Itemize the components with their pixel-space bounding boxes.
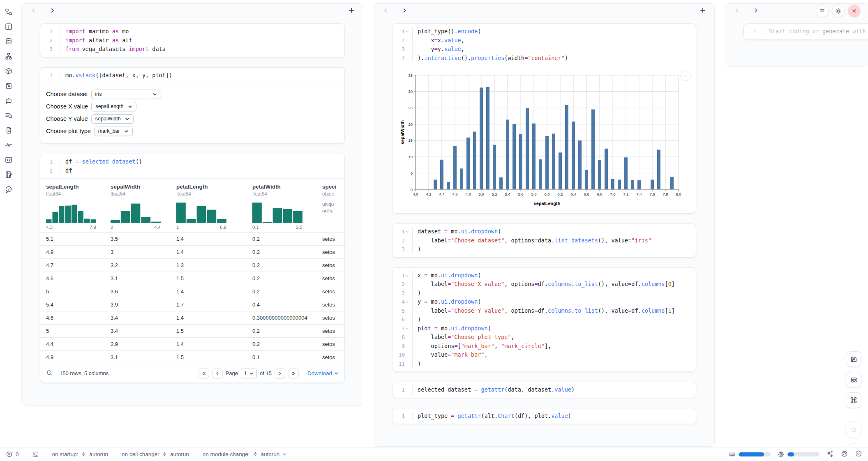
table-row[interactable]: 4.931.40.2setos bbox=[40, 245, 344, 258]
ai-code-input[interactable]: 1Start coding or generate with bbox=[744, 24, 868, 39]
table-search-icon[interactable] bbox=[46, 369, 53, 378]
code-line[interactable]: 6) bbox=[392, 315, 696, 324]
keyboard-shortcuts-button[interactable]: ⌘ bbox=[846, 392, 861, 408]
code-line[interactable]: 1Start coding or generate with bbox=[744, 27, 868, 36]
cell-xy-plot-dropdowns[interactable]: 1x = mo.ui.dropdown(2 label="Choose X va… bbox=[392, 267, 696, 372]
code-line[interactable]: 7plot = mo.ui.dropdown( bbox=[392, 324, 696, 333]
code-line[interactable]: 2import altair as alt bbox=[40, 36, 344, 45]
column-left-arrow-icon[interactable] bbox=[382, 7, 389, 14]
page-select[interactable]: 1 bbox=[241, 369, 257, 378]
functions-icon[interactable]: ƒ bbox=[4, 22, 13, 31]
code-line[interactable]: 2 label="Choose X value", options=df.col… bbox=[392, 280, 696, 289]
code-line[interactable]: 10 value="mark_bar", bbox=[392, 350, 696, 360]
cell-df[interactable]: 1df = selected_dataset()2df sepalLengthf… bbox=[40, 154, 345, 383]
y-value-select[interactable]: sepalWidth bbox=[91, 114, 134, 124]
code-line[interactable]: 2 label="Choose dataset", options=data.l… bbox=[392, 236, 696, 245]
collapse-chevron-icon[interactable] bbox=[405, 27, 410, 33]
code-line[interactable]: 2df bbox=[40, 166, 344, 175]
cell-selected-dataset[interactable]: 1selected_dataset = getattr(data, datase… bbox=[392, 382, 696, 398]
collapse-chevron-icon[interactable] bbox=[405, 271, 410, 277]
code-line[interactable]: 1x = mo.ui.dropdown( bbox=[392, 271, 696, 280]
cell-vstack[interactable]: 1mo.vstack([dataset, x, y, plot]) Choose… bbox=[40, 67, 345, 144]
dependency-graph-icon[interactable] bbox=[4, 52, 13, 61]
first-page-button[interactable] bbox=[199, 368, 209, 378]
cell-plot-type[interactable]: 1plot_type = getattr(alt.Chart(df), plot… bbox=[392, 408, 696, 424]
code-line[interactable]: 3) bbox=[392, 245, 696, 254]
table-row[interactable]: 5.13.51.40.2setos bbox=[40, 232, 344, 245]
code-line[interactable]: 9 options=["mark_bar", "mark_circle"], bbox=[392, 342, 696, 351]
code-line[interactable]: 8 label="Choose plot type", bbox=[392, 333, 696, 342]
download-button[interactable]: Download bbox=[307, 370, 339, 376]
code-line[interactable]: 4y = mo.ui.dropdown( bbox=[392, 297, 696, 307]
bar-chart[interactable]: 4.04.24.44.64.85.05.25.45.65.86.06.26.46… bbox=[399, 71, 685, 208]
table-column-header[interactable]: sepalLengthfloat644.37.9 bbox=[40, 179, 105, 232]
column-left-arrow-icon[interactable] bbox=[734, 7, 740, 14]
table-row[interactable]: 4.63.41.40.30000000000000004setos bbox=[40, 311, 344, 324]
tracing-icon[interactable] bbox=[4, 141, 13, 150]
next-page-button[interactable] bbox=[275, 368, 285, 378]
table-row[interactable]: 53.41.50.2setos bbox=[40, 324, 344, 337]
x-value-select[interactable]: sepalLength bbox=[91, 102, 136, 111]
dataset-select[interactable]: iris bbox=[91, 90, 161, 99]
column-left-arrow-icon[interactable] bbox=[30, 7, 37, 14]
ai-chat-icon[interactable] bbox=[4, 96, 13, 105]
documentation-icon[interactable] bbox=[4, 126, 13, 135]
cell-new-empty[interactable]: 1Start coding or generate with bbox=[743, 23, 868, 40]
menu-button[interactable] bbox=[816, 5, 829, 17]
stop-button[interactable] bbox=[845, 421, 862, 438]
code-line[interactable]: 1selected_dataset = getattr(data, datase… bbox=[392, 385, 696, 394]
prev-page-button[interactable] bbox=[212, 368, 223, 378]
packages-icon[interactable] bbox=[4, 67, 13, 76]
code-line[interactable]: 3 y=y.value, bbox=[392, 45, 696, 54]
logs-icon[interactable] bbox=[4, 111, 13, 120]
table-column-header[interactable]: petalLengthfloat6416.9 bbox=[171, 179, 247, 232]
code-line[interactable]: 1plot_type().encode( bbox=[392, 27, 696, 36]
column-right-arrow-icon[interactable] bbox=[49, 7, 55, 14]
code-line[interactable]: 4).interactive().properties(width="conta… bbox=[392, 54, 696, 63]
code-line[interactable]: 3from vega_datasets import data bbox=[40, 45, 344, 54]
file-explorer-icon[interactable] bbox=[4, 7, 13, 16]
layout-button[interactable] bbox=[846, 372, 861, 387]
code-line[interactable]: 1df = selected_dataset() bbox=[40, 157, 344, 166]
copilot-button[interactable] bbox=[840, 450, 848, 459]
table-row[interactable]: 53.61.40.2setos bbox=[40, 285, 344, 298]
help-icon[interactable]: ? bbox=[4, 185, 13, 194]
settings-button[interactable] bbox=[832, 5, 845, 17]
code-line[interactable]: 1dataset = mo.ui.dropdown( bbox=[392, 227, 696, 236]
save-button[interactable] bbox=[846, 351, 861, 367]
notebook-icon[interactable] bbox=[4, 170, 13, 179]
snippets-icon[interactable] bbox=[4, 155, 13, 164]
code-line[interactable]: 2 x=x.value, bbox=[392, 36, 696, 45]
code-line[interactable]: 3) bbox=[392, 289, 696, 298]
plot-type-select[interactable]: mark_bar bbox=[94, 127, 133, 136]
cell-imports[interactable]: 1import marimo as mo2import altair as al… bbox=[40, 23, 345, 58]
code-line[interactable]: 5 label="Choose Y value", options=df.col… bbox=[392, 307, 696, 316]
column-right-arrow-icon[interactable] bbox=[753, 7, 759, 14]
on-cell-change-setting[interactable]: on cell change: autorun bbox=[115, 450, 196, 459]
cell-dataset-dropdown[interactable]: 1dataset = mo.ui.dropdown(2 label="Choos… bbox=[392, 224, 696, 258]
table-column-header[interactable]: speciobjecuniqunulls: bbox=[316, 179, 344, 232]
cell-plot[interactable]: 1plot_type().encode(2 x=x.value,3 y=y.va… bbox=[392, 23, 696, 214]
table-column-header[interactable]: petalWidthfloat640.12.5 bbox=[247, 179, 316, 232]
code-line[interactable]: 11) bbox=[392, 360, 696, 369]
code-line[interactable]: 1plot_type = getattr(alt.Chart(df), plot… bbox=[392, 412, 696, 421]
table-row[interactable]: 4.42.91.40.2setos bbox=[40, 337, 344, 350]
shutdown-button[interactable] bbox=[848, 5, 861, 17]
last-page-button[interactable] bbox=[288, 368, 299, 378]
on-module-change-setting[interactable]: on module change: autorun bbox=[196, 450, 294, 459]
add-cell-button[interactable] bbox=[348, 7, 355, 14]
on-startup-setting[interactable]: on startup: autorun bbox=[46, 450, 115, 459]
connection-status-icon[interactable] bbox=[855, 450, 862, 459]
ram-meter[interactable] bbox=[728, 451, 771, 458]
cpu-meter[interactable] bbox=[777, 451, 820, 458]
datasources-icon[interactable] bbox=[4, 37, 13, 46]
code-line[interactable]: 1mo.vstack([dataset, x, y, plot]) bbox=[40, 71, 344, 80]
column-right-arrow-icon[interactable] bbox=[401, 7, 408, 14]
collapse-chevron-icon[interactable] bbox=[405, 324, 410, 330]
add-cell-button[interactable] bbox=[699, 7, 706, 14]
terminal-button[interactable] bbox=[25, 450, 46, 459]
collapse-chevron-icon[interactable] bbox=[405, 227, 410, 233]
table-row[interactable]: 5.43.91.70.4setos bbox=[40, 298, 344, 311]
table-column-header[interactable]: sepalWidthfloat6424.4 bbox=[105, 179, 171, 232]
chart-menu-button[interactable]: ⋯ bbox=[680, 70, 691, 81]
